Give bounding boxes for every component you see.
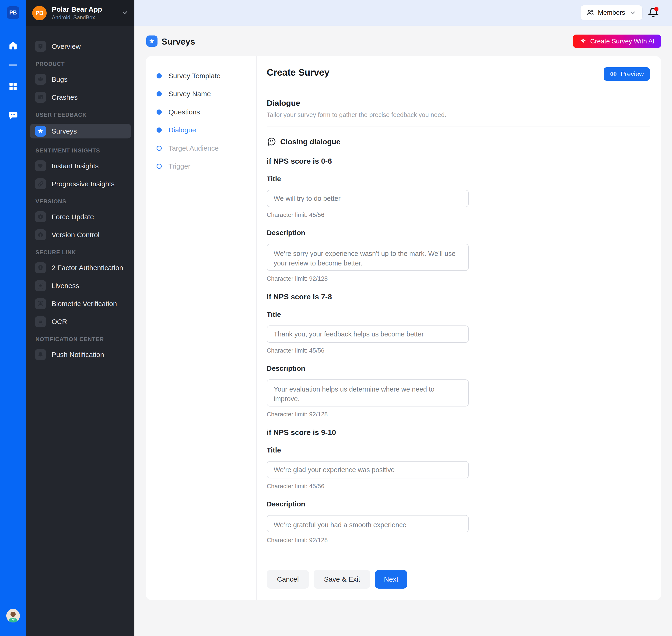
description-label: Description [267, 500, 650, 508]
step-label: Questions [168, 108, 200, 116]
sidebar-item-label: OCR [52, 318, 67, 326]
closing-dialogue-header: Closing dialogue [267, 137, 650, 146]
step-label: Dialogue [168, 126, 196, 134]
sidebar: PB Polar Bear App Android, SandBox Overv… [26, 0, 135, 636]
create-survey-card: Survey Template Survey Name Questions Di… [146, 56, 661, 600]
sidebar-item-push-notification[interactable]: Push Notification [26, 349, 135, 360]
sidebar-item-force-update[interactable]: Force Update [26, 211, 135, 222]
save-and-exit-button[interactable]: Save & Exit [313, 570, 370, 589]
workspace-meta: Polar Bear App Android, SandBox [52, 5, 121, 21]
step-dialogue[interactable]: Dialogue [157, 126, 196, 134]
title-label: Title [267, 311, 650, 318]
home-icon[interactable] [0, 40, 26, 51]
sidebar-item-label: Liveness [52, 282, 79, 290]
sidebar-section-sentiment-insights: SENTIMENT INSIGHTS [36, 148, 135, 153]
preview-button[interactable]: Preview [604, 67, 650, 81]
sidebar-item-label: Progressive Insights [52, 180, 115, 188]
topbar: Members [135, 0, 672, 26]
sidebar-item-label: Bugs [52, 75, 67, 83]
sidebar-item-progressive-insights[interactable]: Progressive Insights [26, 178, 135, 190]
workspace-switcher[interactable]: PB Polar Bear App Android, SandBox [26, 0, 135, 26]
apps-grid-icon[interactable] [0, 81, 26, 92]
character-limit: Character limit: 45/56 [267, 347, 650, 354]
survey-stepper: Survey Template Survey Name Questions Di… [146, 56, 257, 600]
sidebar-item-crashes[interactable]: Crashes [26, 92, 135, 103]
sidebar-item-ocr[interactable]: OCR [26, 316, 135, 327]
page-title: Surveys [161, 37, 195, 47]
title-input[interactable] [267, 190, 469, 207]
next-button[interactable]: Next [375, 570, 407, 589]
step-dot [157, 127, 162, 133]
chat-icon[interactable] [0, 110, 26, 120]
title-input[interactable] [267, 325, 469, 343]
members-label: Members [598, 9, 625, 16]
step-label: Survey Name [168, 90, 211, 98]
eye-icon [610, 70, 617, 78]
sidebar-item-label: Instant Insights [52, 162, 99, 170]
create-survey-with-ai-button[interactable]: Create Survey With AI [573, 35, 661, 48]
cancel-button[interactable]: Cancel [267, 570, 309, 589]
sidebar-section-notification-center: NOTIFICATION CENTER [36, 336, 135, 342]
sidebar-item-biometric-verification[interactable]: Biometric Verification [26, 298, 135, 309]
notifications-bell-icon[interactable] [648, 7, 659, 18]
members-button[interactable]: Members [581, 5, 643, 20]
sidebar-item-liveness[interactable]: Liveness [26, 280, 135, 291]
id-card-scan-icon [35, 316, 46, 327]
title-label: Title [267, 446, 650, 454]
page-header: Surveys Create Survey With AI [135, 26, 672, 56]
sidebar-item-overview[interactable]: Overview [26, 41, 135, 52]
sidebar-item-version-control[interactable]: Version Control [26, 229, 135, 240]
sidebar-menu: Overview PRODUCT Bugs Crashes USER FEEDB… [26, 26, 135, 360]
sidebar-item-label: Biometric Verification [52, 300, 117, 308]
sidebar-item-instant-insights[interactable]: Instant Insights [26, 160, 135, 172]
tag-icon [35, 41, 46, 52]
chevron-down-icon[interactable] [121, 8, 129, 18]
step-trigger[interactable]: Trigger [157, 162, 190, 170]
sidebar-section-user-feedback: USER FEEDBACK [36, 112, 135, 118]
step-survey-name[interactable]: Survey Name [157, 90, 211, 98]
title-input[interactable] [267, 461, 469, 478]
star-icon [35, 126, 46, 137]
step-dot [157, 146, 162, 151]
window-alert-icon [35, 92, 46, 103]
divider [267, 559, 650, 559]
step-survey-template[interactable]: Survey Template [157, 72, 221, 80]
sidebar-section-versions: VERSIONS [36, 199, 135, 204]
app-rail: PB [0, 0, 26, 636]
nps-group-heading: if NPS score is 9-10 [267, 428, 650, 437]
sidebar-item-label: Surveys [52, 127, 77, 135]
sidebar-item-bugs[interactable]: Bugs [26, 74, 135, 85]
nps-group-heading: if NPS score is 0-6 [267, 157, 650, 165]
divider [267, 126, 650, 127]
shield-lock-icon [35, 262, 46, 273]
sidebar-section-secure-link: SECURE LINK [36, 250, 135, 255]
step-dot [157, 110, 162, 115]
link-icon [35, 178, 46, 190]
sidebar-item-label: Version Control [52, 231, 99, 239]
step-label: Trigger [168, 162, 190, 170]
description-input[interactable]: We’re grateful you had a smooth experien… [267, 515, 469, 532]
description-input[interactable]: Your evaluation helps us determine where… [267, 379, 469, 406]
character-limit: Character limit: 45/56 [267, 211, 650, 219]
sidebar-item-label: Push Notification [52, 351, 104, 359]
user-avatar[interactable] [6, 609, 20, 622]
sidebar-item-2fa[interactable]: 2 Factor Authentication [26, 262, 135, 273]
face-scan-icon [35, 280, 46, 291]
character-limit: Character limit: 92/128 [267, 411, 650, 418]
workspace-logo-badge[interactable]: PB [7, 6, 19, 19]
step-questions[interactable]: Questions [157, 108, 200, 116]
character-limit: Character limit: 92/128 [267, 537, 650, 544]
cube-icon [35, 229, 46, 240]
description-input[interactable]: We’re sorry your experience wasn’t up to… [267, 244, 469, 271]
closing-dialogue-title: Closing dialogue [280, 138, 341, 146]
sidebar-item-surveys[interactable]: Surveys [30, 124, 131, 138]
character-limit: Character limit: 45/56 [267, 483, 650, 490]
sidebar-item-label: 2 Factor Authentication [52, 264, 123, 272]
sidebar-item-label: Crashes [52, 93, 78, 101]
description-label: Description [267, 364, 650, 372]
sidebar-section-product: PRODUCT [36, 61, 135, 67]
surveys-star-icon [146, 36, 158, 47]
hexagon-arrow-up-icon [35, 211, 46, 222]
step-target-audience[interactable]: Target Audience [157, 144, 219, 152]
form-header: Create Survey Preview [267, 67, 650, 81]
